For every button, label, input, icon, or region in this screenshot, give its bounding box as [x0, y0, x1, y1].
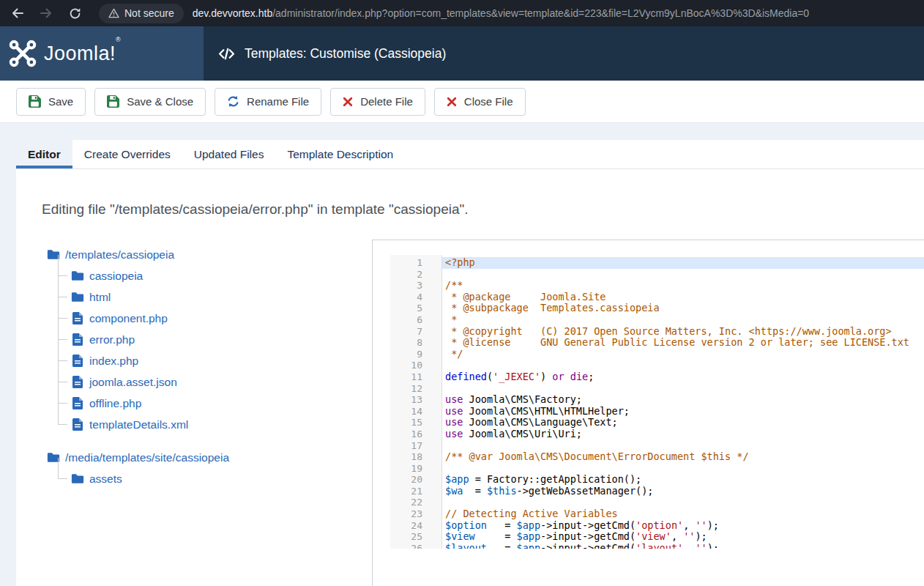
save-close-button[interactable]: Save & Close: [94, 88, 206, 116]
line-number: 15: [390, 417, 441, 429]
line-number: 7: [390, 326, 441, 338]
delete-file-button[interactable]: Delete File: [330, 88, 425, 116]
tree-item-offline-php[interactable]: offline.php: [70, 393, 361, 414]
line-number: 9: [390, 349, 441, 360]
tree-item-html[interactable]: html: [70, 286, 361, 308]
tree-item-templatedetails-xml[interactable]: templateDetails.xml: [70, 414, 361, 435]
tab-template-description[interactable]: Template Description: [275, 140, 405, 168]
code-line-7: * @copyright (C) 2017 Open Source Matter…: [442, 326, 924, 338]
folder-icon: [70, 270, 85, 281]
tree-item-label: /templates/cassiopeia: [65, 248, 174, 262]
code-line-16: use Joomla\CMS\Uri\Uri;: [442, 429, 924, 440]
code-line-4: * @package Joomla.Site: [442, 292, 924, 303]
line-number: 3: [390, 280, 441, 292]
tab-editor[interactable]: Editor: [16, 140, 72, 168]
tree-item-media-templates-site-cassiopeia[interactable]: /media/templates/site/cassiopeia: [46, 447, 361, 468]
security-chip[interactable]: Not secure: [99, 4, 184, 23]
save-button-label: Save: [48, 95, 73, 108]
url-host: dev.devvortex.htb: [193, 7, 272, 19]
content-card: EditorCreate OverridesUpdated FilesTempl…: [16, 140, 924, 586]
line-number: 19: [390, 463, 441, 475]
reload-icon[interactable]: [66, 4, 83, 22]
save-button[interactable]: Save: [16, 88, 86, 116]
code-line-3: /**: [442, 280, 924, 292]
rename-file-button-label: Rename File: [247, 95, 309, 108]
tree-item-label: joomla.asset.json: [89, 376, 177, 389]
url-text[interactable]: dev.devvortex.htb/administrator/index.ph…: [193, 7, 809, 19]
code-line-1: <?php: [442, 257, 924, 269]
line-number: 8: [390, 337, 441, 349]
editor-lines: <?php/** * @package Joomla.Site * @subpa…: [442, 255, 924, 549]
code-line-19: [442, 463, 924, 475]
code-editor[interactable]: 1234567891011121314151617181920212223242…: [390, 255, 924, 549]
tree-item-label: assets: [89, 472, 122, 486]
line-number: 20: [390, 474, 441, 486]
tab-bar: EditorCreate OverridesUpdated FilesTempl…: [16, 140, 924, 169]
page-title: Templates: Customise (Cassiopeia): [245, 46, 446, 62]
folder-icon: [70, 473, 85, 484]
brand-title: Joomla!®: [44, 42, 121, 65]
line-number: 11: [390, 371, 441, 383]
code-line-26: $layout = $app->input->getCmd('layout', …: [442, 543, 924, 549]
code-line-13: use Joomla\CMS\Factory;: [442, 394, 924, 406]
line-number: 23: [390, 508, 441, 520]
security-label: Not secure: [124, 7, 174, 19]
file-icon: [70, 333, 85, 346]
tree-item-assets[interactable]: assets: [70, 468, 361, 489]
file-icon: [70, 418, 85, 431]
file-icon: [70, 397, 85, 409]
tree-item-component-php[interactable]: component.php: [70, 308, 361, 329]
delete-file-button-label: Delete File: [360, 95, 413, 108]
code-line-5: * @subpackage Templates.cassiopeia: [442, 303, 924, 314]
app-header: Joomla!® Templates: Customise (Cassiopei…: [0, 26, 924, 81]
line-number: 10: [390, 360, 441, 371]
tree-item-label: error.php: [89, 333, 135, 346]
rename-file-button[interactable]: Rename File: [215, 88, 321, 116]
warning-icon: [108, 8, 119, 18]
line-number: 16: [390, 429, 441, 440]
tab-updated-files[interactable]: Updated Files: [182, 140, 276, 168]
line-number: 14: [390, 406, 441, 418]
registered-mark: ®: [116, 36, 121, 43]
code-line-23: // Detecting Active Variables: [442, 508, 924, 520]
line-number: 1: [390, 257, 441, 269]
line-number: 25: [390, 531, 441, 543]
editor-gutter: 1234567891011121314151617181920212223242…: [390, 255, 442, 549]
tree-item-label: /media/templates/site/cassiopeia: [65, 451, 229, 464]
close-file-button-label: Close File: [464, 95, 513, 108]
code-line-25: $view = $app->input->getCmd('view', '');: [442, 531, 924, 543]
sync-icon: [227, 95, 239, 108]
tree-item-label: cassiopeia: [89, 270, 143, 283]
toolbar: SaveSave & CloseRename FileDelete FileCl…: [0, 81, 924, 123]
x-icon: [343, 97, 353, 107]
tree-item-cassiopeia[interactable]: cassiopeia: [70, 265, 361, 286]
joomla-brand[interactable]: Joomla!®: [0, 26, 204, 81]
code-editor-panel: 1234567891011121314151617181920212223242…: [372, 240, 924, 586]
forward-icon[interactable]: [37, 4, 55, 22]
code-line-9: */: [442, 349, 924, 360]
line-number: 24: [390, 520, 441, 532]
tree-item-error-php[interactable]: error.php: [70, 329, 361, 350]
file-icon: [70, 376, 85, 388]
tree-item-templates-cassiopeia[interactable]: /templates/cassiopeia: [46, 244, 361, 265]
line-number: 4: [390, 292, 441, 303]
code-line-22: [442, 497, 924, 508]
code-line-24: $option = $app->input->getCmd('option', …: [442, 520, 924, 532]
code-line-21: $wa = $this->getWebAssetManager();: [442, 486, 924, 497]
code-line-15: use Joomla\CMS\Language\Text;: [442, 417, 924, 429]
tree-item-label: index.php: [89, 355, 138, 368]
back-icon[interactable]: [9, 4, 26, 22]
tab-create-overrides[interactable]: Create Overrides: [72, 140, 182, 168]
tree-item-index-php[interactable]: index.php: [70, 350, 361, 371]
line-number: 5: [390, 303, 441, 314]
line-number: 26: [390, 543, 441, 549]
line-number: 21: [390, 486, 441, 497]
folder-icon: [70, 292, 85, 303]
code-line-20: $app = Factory::getApplication();: [442, 474, 924, 486]
code-line-6: *: [442, 314, 924, 326]
save-icon: [107, 95, 119, 108]
tree-item-joomla-asset-json[interactable]: joomla.asset.json: [70, 371, 361, 393]
url-path: /administrator/index.php?option=com_temp…: [272, 7, 809, 19]
code-icon: [218, 47, 235, 61]
close-file-button[interactable]: Close File: [434, 88, 526, 116]
